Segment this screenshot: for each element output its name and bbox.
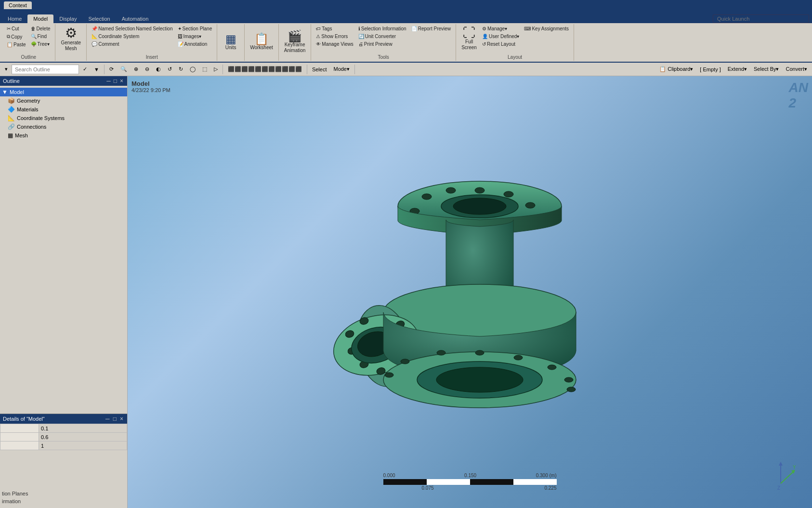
tb-zoom-btn[interactable]: 🔍 [118, 65, 130, 73]
key-assignments-btn[interactable]: ⌨Key Assignments [522, 25, 571, 32]
svg-point-11 [453, 198, 506, 214]
delete-btn[interactable]: 🗑Delete [29, 25, 52, 32]
svg-point-27 [514, 355, 523, 360]
tb-refresh-btn[interactable]: ⟳ [106, 65, 117, 73]
user-defined-btn[interactable]: 👤User Defined▾ [480, 33, 521, 40]
outline-minimize-btn[interactable]: ─ [105, 78, 112, 84]
y-axis-label: Y [793, 465, 796, 470]
empty-btn[interactable]: [ Empty ] [697, 66, 723, 73]
convert-btn[interactable]: Convert▾ [783, 65, 810, 73]
tree-item-model[interactable]: ▼ Model [0, 88, 127, 96]
tb-undo-btn[interactable]: ↺ [165, 65, 175, 73]
tb-plus-btn[interactable]: ⊕ [131, 65, 141, 73]
scale-top-labels: 0.000 0.150 0.300 (m) [383, 473, 557, 478]
tab-automation[interactable]: Automation [116, 14, 155, 23]
select-btn[interactable]: Select [309, 66, 330, 73]
key-assignments-col: ⌨Key Assignments [522, 25, 571, 32]
tree-btn[interactable]: 🌳Tree▾ [29, 40, 52, 48]
tab-display[interactable]: Display [53, 14, 82, 23]
ribbon-tabs: Home Model Display Selection Automation [0, 11, 812, 23]
copy-btn[interactable]: ⧉Copy [5, 33, 28, 40]
quick-launch-input[interactable] [713, 14, 809, 23]
tb-check-btn[interactable]: ✓ [80, 65, 90, 73]
ribbon-group-outline: ✂Cut ⧉Copy 📋Paste 🗑Delete 🔍Find 🌳Tree▾ O… [2, 24, 55, 61]
cut-btn[interactable]: ✂Cut [5, 25, 28, 32]
sel-info-btn[interactable]: ℹSelection Information [356, 25, 408, 32]
section-planes-label: tion Planes [2, 491, 125, 496]
generate-mesh-btn[interactable]: ⚙ GenerateMesh [58, 25, 83, 53]
tb-sep2 [223, 65, 223, 74]
find-btn[interactable]: 🔍Find [29, 33, 52, 40]
images-btn[interactable]: 🖼Images▾ [176, 33, 214, 40]
details-row-2: 0.6 [0, 433, 127, 441]
select-by-btn[interactable]: Select By▾ [751, 65, 782, 73]
model-info: Model 4/23/22 9:20 PM [131, 80, 170, 93]
scale-seg-3 [470, 479, 513, 485]
secondary-toolbar: ▾ ✓ ▼ ⟳ 🔍 ⊕ ⊖ ◐ ↺ ↻ ◯ ⬚ ▷ ⬛⬛⬛⬛⬛⬛⬛⬛⬛⬛⬛ Se… [0, 63, 812, 76]
report-preview-btn[interactable]: 📄Report Preview [409, 25, 453, 32]
search-outline-input[interactable] [12, 65, 79, 74]
tree-item-geometry[interactable]: 📦 Geometry [0, 96, 127, 105]
details-close-btn[interactable]: × [119, 415, 124, 422]
tags-btn[interactable]: 🏷Tags [314, 25, 355, 32]
tb-arrow-btn[interactable]: ▼ [91, 66, 102, 73]
details-row-1: 0.1 [0, 424, 127, 433]
keyframe-animation-btn[interactable]: 🎬 KeyframeAnimation [282, 29, 308, 55]
reset-layout-btn[interactable]: ↺Reset Layout [480, 40, 521, 48]
clipboard-btn[interactable]: 📋 Clipboard▾ [656, 65, 696, 73]
outline-restore-btn[interactable]: □ [113, 78, 118, 84]
annotation-btn[interactable]: 📝Annotation [176, 40, 214, 48]
show-errors-btn[interactable]: ⚠Show Errors [314, 33, 355, 40]
worksheet-btn[interactable]: 📋 Worksheet [248, 32, 275, 52]
section-plane-btn[interactable]: ✦Section Plane [176, 25, 214, 32]
paste-btn[interactable]: 📋Paste [5, 41, 28, 48]
comment-btn[interactable]: 💬Comment [90, 40, 174, 48]
details-restore-btn[interactable]: □ [112, 415, 118, 422]
details-val-3[interactable]: 1 [39, 441, 127, 450]
named-selection-btn[interactable]: 📌Named SelectionNamed Selection [90, 25, 174, 32]
mode-btn[interactable]: Mode▾ [330, 65, 353, 73]
manage-btn[interactable]: ⚙Manage▾ [480, 25, 521, 32]
units-btn[interactable]: ▦ Units [220, 32, 241, 52]
ribbon-group-tools: 🏷Tags ⚠Show Errors 👁Manage Views ℹSelect… [311, 24, 456, 61]
details-header-btns: ─ □ × [105, 415, 124, 422]
layout-buttons: ⛶ FullScreen ⚙Manage▾ 👤User Defined▾ ↺Re… [459, 25, 571, 53]
details-minimize-btn[interactable]: ─ [105, 415, 111, 422]
full-screen-btn[interactable]: ⛶ FullScreen [459, 25, 479, 52]
scale-sub-075: 0.075 [422, 485, 434, 491]
details-val-2[interactable]: 0.6 [39, 433, 127, 441]
unit-converter-btn[interactable]: 🔄Unit Converter [356, 33, 408, 40]
tb-play-btn[interactable]: ▷ [211, 65, 221, 73]
tree-item-connections[interactable]: 🔗 Connections [0, 122, 127, 131]
ribbon-group-layout: ⛶ FullScreen ⚙Manage▾ 👤User Defined▾ ↺Re… [456, 24, 574, 61]
3d-model-svg [301, 144, 639, 442]
tb-redo-btn[interactable]: ↻ [176, 65, 186, 73]
tab-selection[interactable]: Selection [82, 14, 116, 23]
tree-item-materials[interactable]: 🔷 Materials [0, 105, 127, 114]
tb-rotate-btn[interactable]: ◐ [153, 65, 164, 73]
manage-views-btn[interactable]: 👁Manage Views [314, 40, 355, 48]
viewport[interactable]: Model 4/23/22 9:20 PM AN2 [128, 76, 812, 508]
details-header: Details of "Model" ─ □ × [0, 414, 127, 424]
tb-minus-btn[interactable]: ⊖ [142, 65, 152, 73]
tab-home[interactable]: Home [2, 14, 27, 23]
tb-circle-btn[interactable]: ◯ [187, 65, 198, 73]
outline-title: Outline [3, 78, 20, 84]
outline-header-btns: ─ □ × [105, 78, 124, 84]
scale-seg-4 [513, 479, 557, 485]
tb-more-btns[interactable]: ⬛⬛⬛⬛⬛⬛⬛⬛⬛⬛⬛ [225, 65, 305, 73]
tab-model[interactable]: Model [27, 14, 53, 23]
tb-sep3 [307, 65, 307, 74]
details-val-1[interactable]: 0.1 [39, 424, 127, 433]
extend-btn[interactable]: Extend▾ [725, 65, 750, 73]
print-preview-btn[interactable]: 🖨Print Preview [356, 40, 408, 48]
tree-item-mesh[interactable]: ▦ Mesh [0, 131, 127, 140]
model-name: Model [131, 80, 170, 87]
context-tab[interactable]: Context [4, 1, 32, 9]
tb-rect-btn[interactable]: ⬚ [199, 65, 210, 73]
outline-close-btn[interactable]: × [119, 78, 124, 84]
coord-system-btn[interactable]: 📐Coordinate System [90, 33, 174, 40]
insert-label: Insert [146, 53, 158, 60]
tree-item-coord-systems[interactable]: 📐 Coordinate Systems [0, 114, 127, 122]
tb-dropdown-1[interactable]: ▾ [2, 65, 11, 73]
